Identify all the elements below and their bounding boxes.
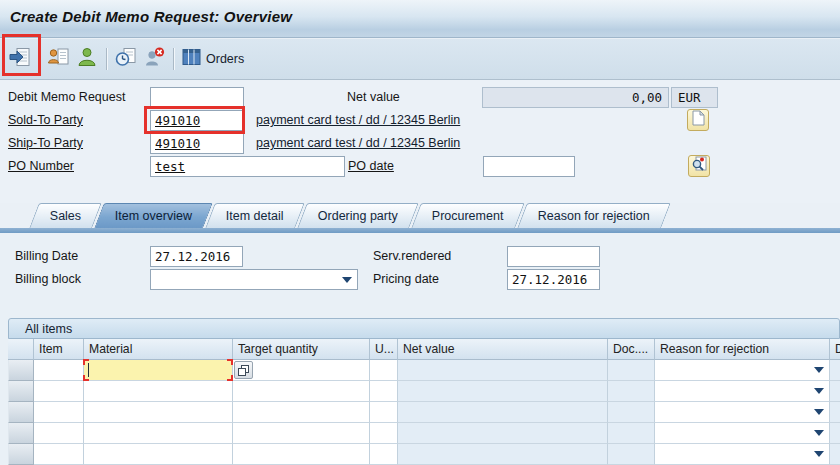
- orders-button[interactable]: Orders: [179, 46, 250, 72]
- sold-to-party-link[interactable]: payment card test / dd / 12345 Berlin: [256, 113, 460, 127]
- billing-block-dropdown[interactable]: [150, 269, 358, 290]
- currency-field: EUR: [671, 87, 718, 108]
- reason-for-rejection-cell[interactable]: [655, 444, 830, 465]
- ship-to-party-link[interactable]: payment card test / dd / 12345 Berlin: [256, 136, 460, 150]
- chevron-down-icon: [814, 409, 824, 415]
- material-cell[interactable]: [84, 423, 233, 444]
- billing-block-label: Billing block: [15, 272, 81, 286]
- header-form: Debit Memo Request Net value 0,00 EUR So…: [0, 80, 840, 203]
- d-cell: [830, 360, 840, 381]
- table-row: [8, 444, 840, 465]
- item-cell[interactable]: [34, 444, 84, 465]
- header-target-quantity[interactable]: Target quantity: [233, 339, 370, 360]
- header-unit[interactable]: U...: [370, 339, 398, 360]
- serv-rendered-label: Serv.rendered: [373, 249, 451, 263]
- unit-cell[interactable]: [370, 423, 398, 444]
- unit-cell[interactable]: [370, 381, 398, 402]
- po-number-input[interactable]: [150, 156, 345, 177]
- item-cell[interactable]: [34, 402, 84, 423]
- application-toolbar: Orders: [0, 39, 840, 80]
- net-value-label: Net value: [347, 90, 400, 104]
- row-selector[interactable]: [8, 360, 34, 381]
- annotation-box-toolbar: [2, 34, 41, 76]
- tab-reason-for-rejection[interactable]: Reason for rejection: [517, 203, 670, 228]
- serv-rendered-input[interactable]: [507, 246, 600, 267]
- pricing-date-label: Pricing date: [373, 272, 439, 286]
- item-cell[interactable]: [34, 360, 84, 381]
- reject-customer-button[interactable]: [140, 45, 168, 73]
- net-value-cell: [398, 444, 608, 465]
- material-cell-focused[interactable]: [84, 360, 233, 381]
- d-cell: [830, 444, 840, 465]
- header-reason-for-rejection[interactable]: Reason for rejection: [655, 339, 830, 360]
- tab-sales[interactable]: Sales: [29, 203, 102, 228]
- target-quantity-cell[interactable]: [233, 381, 370, 402]
- target-quantity-cell[interactable]: [233, 402, 370, 423]
- net-value-field: 0,00: [482, 87, 669, 108]
- doc-cell: [608, 423, 655, 444]
- multiple-selection-button[interactable]: [234, 361, 253, 379]
- header-material[interactable]: Material: [84, 339, 233, 360]
- document-flow-button[interactable]: [112, 45, 140, 73]
- annotation-box-sold-to: [144, 106, 245, 134]
- table-row: [8, 402, 840, 423]
- row-selector[interactable]: [8, 402, 34, 423]
- ship-to-party-label: Ship-To Party: [8, 136, 83, 150]
- new-document-button[interactable]: [687, 109, 709, 131]
- doc-cell: [608, 360, 655, 381]
- display-partner-button[interactable]: [45, 45, 73, 73]
- toolbar-separator: [173, 48, 174, 70]
- net-value-cell: [398, 402, 608, 423]
- header-d[interactable]: D: [830, 339, 840, 360]
- items-grid: Item Material Target quantity U... Net v…: [8, 339, 840, 465]
- table-header-row: Item Material Target quantity U... Net v…: [8, 339, 840, 360]
- header-doc[interactable]: Doc....: [608, 339, 655, 360]
- reason-for-rejection-cell[interactable]: [655, 402, 830, 423]
- tab-item-detail[interactable]: Item detail: [206, 203, 305, 228]
- row-selector[interactable]: [8, 444, 34, 465]
- row-selector[interactable]: [8, 381, 34, 402]
- d-cell: [830, 423, 840, 444]
- unit-cell[interactable]: [370, 402, 398, 423]
- tab-strip: Sales Item overview Item detail Ordering…: [0, 203, 840, 228]
- reason-for-rejection-cell[interactable]: [655, 423, 830, 444]
- debit-memo-request-input[interactable]: [150, 87, 244, 108]
- header-selector: [8, 339, 34, 360]
- reason-for-rejection-cell[interactable]: [655, 381, 830, 402]
- doc-cell: [608, 444, 655, 465]
- lookup-person-icon: [691, 156, 707, 176]
- material-cell[interactable]: [84, 444, 233, 465]
- po-date-label: PO date: [348, 159, 394, 173]
- display-customer-button[interactable]: [73, 45, 101, 73]
- unit-cell[interactable]: [370, 444, 398, 465]
- table-row: [8, 360, 840, 381]
- target-quantity-cell[interactable]: [233, 360, 370, 381]
- pricing-date-input[interactable]: [507, 269, 600, 290]
- table-grid-icon: [182, 48, 202, 70]
- tab-procurement[interactable]: Procurement: [411, 203, 524, 228]
- header-item[interactable]: Item: [34, 339, 84, 360]
- material-cell[interactable]: [84, 381, 233, 402]
- net-value-cell: [398, 423, 608, 444]
- person-with-red-x-icon: [143, 46, 166, 72]
- tab-item-overview[interactable]: Item overview: [94, 203, 213, 228]
- ship-to-party-input[interactable]: [150, 133, 244, 154]
- header-net-value[interactable]: Net value: [398, 339, 608, 360]
- po-date-input[interactable]: [483, 156, 575, 177]
- unit-cell[interactable]: [370, 360, 398, 381]
- orders-button-label: Orders: [206, 52, 244, 66]
- tab-ordering-party[interactable]: Ordering party: [297, 203, 419, 228]
- lookup-person-button[interactable]: [688, 155, 710, 177]
- billing-date-input[interactable]: [150, 246, 243, 267]
- target-quantity-cell[interactable]: [233, 423, 370, 444]
- title-bar: Create Debit Memo Request: Overview: [0, 0, 840, 38]
- chevron-down-icon: [342, 277, 352, 283]
- target-quantity-cell[interactable]: [233, 444, 370, 465]
- item-cell[interactable]: [34, 381, 84, 402]
- item-cell[interactable]: [34, 423, 84, 444]
- material-cell[interactable]: [84, 402, 233, 423]
- clock-with-document-icon: [114, 46, 138, 72]
- row-selector[interactable]: [8, 423, 34, 444]
- sold-to-party-label: Sold-To Party: [8, 113, 83, 127]
- reason-for-rejection-cell[interactable]: [655, 360, 830, 381]
